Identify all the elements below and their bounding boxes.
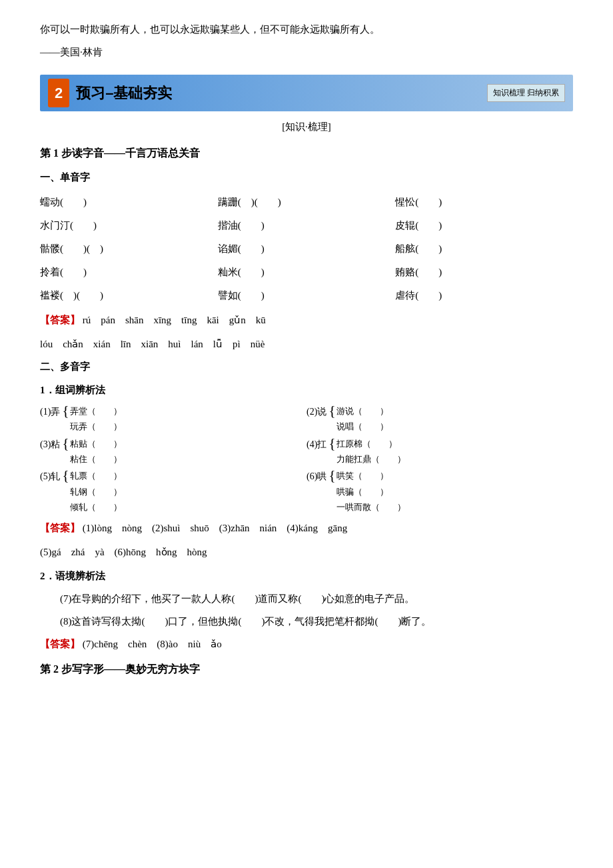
char-item: 揩油( ) [218,215,396,236]
poly-item-5: (5)轧 { 轧票（ ） 轧钢（ ） 倾轧（ ） [40,468,306,515]
answer-label: 【答案】 [40,315,80,325]
char-item: 譬如( ) [218,285,396,306]
method2-label: 2．语境辨析法 [40,567,573,585]
char-item: 虐待( ) [395,285,573,306]
poly-answer-2: (5)gá zhá yà (6)hōng hǒng hòng [40,542,573,562]
poly-item-4: (4)扛 { 扛原棉（ ） 力能扛鼎（ ） [306,436,573,467]
char-item: 水门汀( ) [40,215,218,236]
step2-title: 第 2 步写字形——奥妙无穷方块字 [40,660,573,679]
section-title: 预习–基础夯实 [76,80,172,107]
sub1-title: 一、单音字 [40,169,573,187]
poly-item-3: (3)粘 { 粘贴（ ） 粘住（ ） [40,436,306,467]
poly-item-2: (2)说 { 游说（ ） 说唱（ ） [306,403,573,435]
poly-item-1: (1)弄 { 弄堂（ ） 玩弄（ ） [40,403,306,435]
char-item: 谄媚( ) [218,239,396,259]
char-item: 骷髅( )( ) [40,239,218,259]
section-tags: 知识梳理 归纳积累 [487,84,565,103]
char-item: 拎着( ) [40,262,218,283]
char-item: 褴褛( )( ) [40,285,218,306]
quote-text: 你可以一时欺骗所有人，也可以永远欺骗某些人，但不可能永远欺骗所有人。 [40,20,573,39]
answer-label-3: 【答案】 [40,639,80,649]
poly-grid: (1)弄 { 弄堂（ ） 玩弄（ ） (2)说 { 游说（ ） 说唱（ ） (3… [40,403,573,515]
poly-item-6: (6)哄 { 哄笑（ ） 哄骗（ ） 一哄而散（ ） [306,468,573,515]
answer-label-2: 【答案】 [40,523,80,533]
quote-author: ——美国·林肯 [40,43,573,61]
char-item: 籼米( ) [218,262,396,283]
char-item: 船舷( ) [395,239,573,259]
knowledge-title: [知识·梳理] [40,118,573,136]
section-number: 2 [48,79,69,108]
char-item: 蹒跚( )( ) [218,192,396,213]
poly-answer-1: 【答案】 (1)lòng nòng (2)shuì shuō (3)zhān n… [40,518,573,538]
context-item-8: (8)这首诗写得太拗( )口了，但他执拗( )不改，气得我把笔杆都拗( )断了。 [40,612,573,631]
step1-title: 第 1 步读字音——千言万语总关音 [40,144,573,163]
char-grid: 蠕动( ) 蹒跚( )( ) 惺忪( ) 水门汀( ) 揩油( ) 皮辊( ) … [40,192,573,306]
method1-label: 1．组词辨析法 [40,381,573,399]
char-item: 皮辊( ) [395,215,573,236]
sub2-title: 二、多音字 [40,358,573,376]
char-item: 惺忪( ) [395,192,573,213]
context-item-7: (7)在导购的介绍下，他买了一款人人称( )道而又称( )心如意的电子产品。 [40,589,573,609]
sub1-answer-2: lóu chǎn xián līn xiān huì lán lǚ pì nüè [40,334,573,354]
sub1-answer: 【答案】 rú pán shān xīng tīng kāi gǔn kū [40,310,573,330]
method2-answer: 【答案】 (7)chēng chèn (8)ào niù ǎo [40,635,573,653]
char-item: 蠕动( ) [40,192,218,213]
char-item: 贿赂( ) [395,262,573,283]
section-header: 2 预习–基础夯实 知识梳理 归纳积累 [40,75,573,112]
